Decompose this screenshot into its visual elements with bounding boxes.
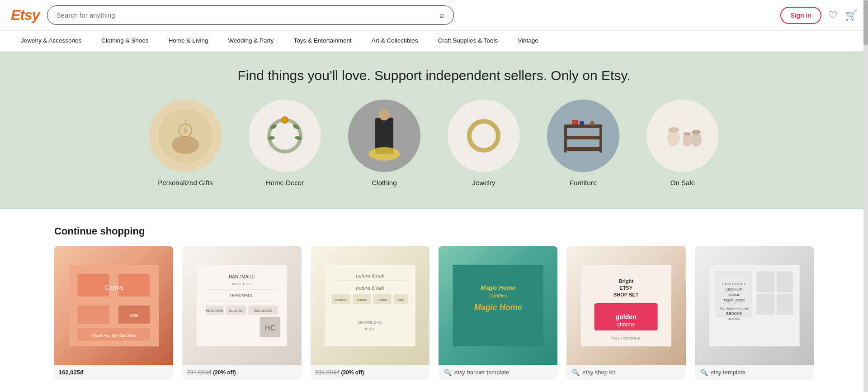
scrollbar[interactable] bbox=[863, 0, 868, 392]
search-button[interactable]: ⌕ bbox=[439, 10, 444, 20]
svg-rect-97 bbox=[756, 294, 774, 315]
product-card-1[interactable]: Canva sale Thank you for your order 162,… bbox=[54, 246, 173, 380]
nav-vintage[interactable]: Vintage bbox=[508, 31, 548, 51]
svg-text:HANDMADE: HANDMADE bbox=[229, 274, 255, 279]
favorites-button[interactable]: ♡ bbox=[829, 10, 838, 21]
cart-button[interactable]: 🛒 bbox=[845, 10, 857, 21]
nav-home[interactable]: Home & Living bbox=[159, 31, 218, 51]
product-card-6[interactable]: ETSY LISTING MOCKUP FRAME TEMPLATES For … bbox=[695, 246, 814, 380]
product-card-2[interactable]: HANDMADE Beau & Co HANDMADE RESERVED CUS… bbox=[182, 246, 301, 380]
category-label-onsale: On Sale bbox=[670, 178, 695, 187]
category-personalized-gifts[interactable]: S Personalized Gifts bbox=[149, 100, 222, 187]
search-input[interactable] bbox=[57, 11, 436, 19]
sign-in-button[interactable]: Sign in bbox=[780, 7, 821, 24]
svg-text:charms: charms bbox=[617, 321, 635, 328]
product-card-3[interactable]: natura & oak natura & oak reserved custo… bbox=[311, 246, 429, 380]
scrollbar-thumb[interactable] bbox=[863, 0, 868, 45]
svg-text:FRAME: FRAME bbox=[727, 293, 740, 297]
svg-point-9 bbox=[283, 118, 287, 122]
category-circle-furniture bbox=[547, 100, 619, 172]
search-small-icon-5: 🔍 bbox=[572, 369, 580, 376]
svg-point-17 bbox=[368, 147, 400, 161]
category-circle-jewelry bbox=[448, 100, 520, 172]
nav-toys[interactable]: Toys & Entertainment bbox=[283, 31, 361, 51]
svg-text:natura: natura bbox=[377, 298, 387, 301]
search-icon: ⌕ bbox=[439, 10, 444, 19]
product-search-label-6: 🔍 etsy template bbox=[695, 365, 814, 380]
svg-point-20 bbox=[474, 126, 494, 146]
nav-art[interactable]: Art & Collectibles bbox=[362, 31, 428, 51]
svg-text:golden: golden bbox=[616, 313, 637, 320]
nav-clothing[interactable]: Clothing & Shoes bbox=[91, 31, 158, 51]
svg-text:DOWNLOAD: DOWNLOAD bbox=[358, 320, 382, 325]
header-actions: Sign in ♡ 🛒 bbox=[780, 7, 857, 24]
svg-rect-96 bbox=[777, 272, 793, 292]
category-jewelry[interactable]: Jewelry bbox=[448, 100, 520, 187]
svg-point-30 bbox=[646, 100, 719, 172]
product-search-label-5: 🔍 etsy shop kit bbox=[566, 365, 685, 380]
svg-text:P KIT: P KIT bbox=[365, 327, 375, 331]
main-nav: Jewelry & Accessories Clothing & Shoes H… bbox=[0, 31, 868, 52]
product-card-5[interactable]: Bright ETSY SHOP SET golden charms FULLY… bbox=[566, 246, 685, 380]
svg-rect-26 bbox=[599, 124, 602, 153]
nav-wedding[interactable]: Wedding & Party bbox=[218, 31, 283, 51]
product-card-4[interactable]: Magic Home Candles Magic Home 🔍 etsy ban… bbox=[439, 246, 557, 380]
svg-text:HANDMADE: HANDMADE bbox=[230, 293, 254, 297]
svg-text:MOCKUP: MOCKUP bbox=[726, 287, 742, 292]
etsy-logo[interactable]: Etsy bbox=[11, 7, 40, 24]
svg-point-16 bbox=[379, 110, 390, 120]
product-price-3: 231,084đ (20% off) bbox=[311, 365, 429, 379]
category-circle-onsale bbox=[646, 100, 719, 172]
nav-jewelry[interactable]: Jewelry & Accessories bbox=[11, 31, 91, 51]
product-price-1: 162,025đ bbox=[54, 365, 173, 379]
svg-text:TEMPLATES: TEMPLATES bbox=[723, 298, 745, 302]
svg-rect-25 bbox=[564, 124, 567, 153]
svg-point-32 bbox=[668, 127, 679, 133]
nav-craft[interactable]: Craft Supplies & Tools bbox=[428, 31, 508, 51]
category-home-decor[interactable]: Home Decor bbox=[249, 100, 321, 187]
svg-point-29 bbox=[590, 121, 594, 125]
categories-row: S Personalized Gifts bbox=[11, 100, 857, 187]
svg-rect-27 bbox=[572, 120, 578, 124]
category-clothing[interactable]: Clothing bbox=[348, 100, 420, 187]
svg-text:FULLY EDITABLE: FULLY EDITABLE bbox=[612, 336, 641, 340]
svg-text:Candles: Candles bbox=[489, 293, 507, 298]
svg-text:natura & oak: natura & oak bbox=[356, 273, 384, 278]
cart-icon: 🛒 bbox=[845, 10, 857, 21]
price-sale-badge-2: (20% off) bbox=[213, 369, 236, 376]
svg-text:ETSY: ETSY bbox=[620, 285, 633, 291]
category-label-clothing: Clothing bbox=[372, 178, 396, 187]
svg-text:S: S bbox=[184, 128, 187, 134]
svg-rect-41 bbox=[78, 306, 109, 324]
svg-rect-39 bbox=[118, 274, 150, 296]
product-thumb-4: Magic Home Candles Magic Home bbox=[439, 246, 557, 365]
search-bar: ⌕ bbox=[47, 5, 454, 25]
category-furniture[interactable]: Furniture bbox=[547, 100, 619, 187]
svg-text:Thank you for your order: Thank you for your order bbox=[91, 333, 136, 338]
svg-rect-24 bbox=[565, 147, 601, 151]
price-sale-badge-3: (20% off) bbox=[341, 369, 364, 376]
product-thumb-2: HANDMADE Beau & Co HANDMADE RESERVED CUS… bbox=[182, 246, 301, 365]
category-circle-personalized: S bbox=[149, 100, 222, 172]
product-thumb-6: ETSY LISTING MOCKUP FRAME TEMPLATES For … bbox=[695, 246, 814, 365]
category-circle-homedecor bbox=[249, 100, 321, 172]
svg-point-34 bbox=[683, 132, 691, 136]
category-label-jewelry: Jewelry bbox=[472, 178, 495, 187]
svg-text:HC: HC bbox=[265, 324, 276, 332]
category-on-sale[interactable]: On Sale bbox=[646, 100, 719, 187]
product-search-label-4: 🔍 etsy banner template bbox=[439, 365, 557, 380]
svg-text:Canva: Canva bbox=[104, 284, 123, 291]
header: Etsy ⌕ Sign in ♡ 🛒 bbox=[0, 0, 868, 31]
product-thumb-1: Canva sale Thank you for your order bbox=[54, 246, 173, 365]
search-small-icon-6: 🔍 bbox=[700, 369, 708, 376]
heart-icon: ♡ bbox=[829, 10, 838, 21]
svg-rect-95 bbox=[756, 272, 774, 292]
svg-rect-28 bbox=[580, 121, 584, 124]
svg-text:BOOKS: BOOKS bbox=[727, 317, 740, 321]
svg-text:For Sellers who sell: For Sellers who sell bbox=[720, 307, 748, 310]
svg-text:custom: custom bbox=[357, 298, 367, 301]
svg-text:natura & oak: natura & oak bbox=[356, 285, 384, 291]
svg-text:reserved: reserved bbox=[335, 298, 347, 301]
svg-text:sale: sale bbox=[398, 298, 404, 301]
svg-point-33 bbox=[683, 134, 692, 147]
